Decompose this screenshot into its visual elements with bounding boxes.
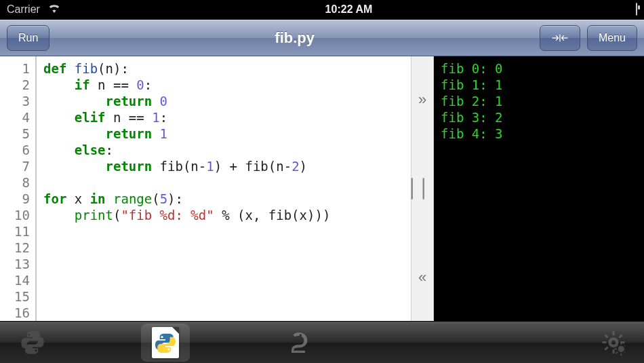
- code-line[interactable]: [43, 288, 411, 305]
- menu-button[interactable]: Menu: [587, 25, 637, 51]
- code-line[interactable]: if n == 0:: [43, 77, 411, 93]
- line-number: 4: [0, 109, 30, 126]
- tab-settings[interactable]: [592, 326, 630, 359]
- svg-rect-8: [604, 334, 608, 338]
- chevron-right-icon[interactable]: »: [418, 91, 426, 109]
- carrier-label: Carrier: [7, 3, 40, 16]
- svg-rect-14: [614, 348, 617, 349]
- svg-rect-5: [613, 349, 615, 354]
- svg-point-3: [300, 334, 302, 336]
- svg-rect-18: [616, 351, 618, 354]
- code-line[interactable]: [43, 223, 411, 240]
- code-line[interactable]: [43, 272, 411, 288]
- line-number: 1: [0, 60, 30, 77]
- console-line: fib 2: 1: [441, 93, 637, 109]
- file-title: fib.py: [56, 29, 533, 47]
- tab-snake[interactable]: [279, 326, 317, 359]
- navbar: Run fib.py Menu: [0, 20, 644, 56]
- line-number: 3: [0, 93, 30, 109]
- line-number: 5: [0, 126, 30, 142]
- line-number: 12: [0, 240, 30, 256]
- line-number: 6: [0, 142, 30, 158]
- tab-python-repl[interactable]: [14, 326, 52, 359]
- split-view-button[interactable]: [540, 25, 580, 51]
- code-line[interactable]: def fib(n):: [43, 60, 411, 77]
- pane-splitter[interactable]: » ⎪⎪⎪ «: [411, 56, 434, 321]
- line-number: 10: [0, 207, 30, 223]
- code-line[interactable]: elif n == 1:: [43, 109, 411, 126]
- line-number: 8: [0, 174, 30, 191]
- code-line[interactable]: [43, 240, 411, 256]
- wifi-icon: [47, 3, 62, 16]
- console-line: fib 4: 3: [441, 126, 637, 142]
- line-number: 11: [0, 223, 30, 240]
- tab-bar: [0, 321, 644, 363]
- line-number: 9: [0, 191, 30, 207]
- clock: 10:22 AM: [62, 3, 636, 16]
- code-line[interactable]: else:: [43, 142, 411, 158]
- svg-rect-12: [620, 342, 622, 345]
- svg-rect-17: [624, 351, 625, 354]
- code-line[interactable]: return 1: [43, 126, 411, 142]
- line-number: 14: [0, 272, 30, 288]
- line-number: 15: [0, 288, 30, 305]
- code-line[interactable]: [43, 174, 411, 191]
- document-icon: [152, 327, 179, 358]
- console-line: fib 3: 2: [441, 109, 637, 126]
- code-line[interactable]: [43, 256, 411, 272]
- line-number: 2: [0, 77, 30, 93]
- svg-rect-10: [604, 346, 608, 350]
- svg-rect-11: [618, 334, 622, 338]
- editor-pane[interactable]: 12345678910111213141516 def fib(n): if n…: [0, 56, 411, 321]
- code-line[interactable]: return 0: [43, 93, 411, 109]
- content-area: 12345678910111213141516 def fib(n): if n…: [0, 56, 644, 321]
- line-number: 7: [0, 158, 30, 174]
- svg-rect-6: [603, 341, 607, 343]
- chevron-left-icon[interactable]: «: [418, 269, 426, 286]
- console-line: fib 1: 1: [441, 77, 637, 93]
- line-gutter: 12345678910111213141516: [0, 56, 37, 321]
- code-line[interactable]: print("fib %d: %d" % (x, fib(x))): [43, 207, 411, 223]
- console-output[interactable]: fib 0: 0fib 1: 1fib 2: 1fib 3: 2fib 4: 3: [434, 56, 644, 321]
- battery-icon: [636, 3, 637, 16]
- code-area[interactable]: def fib(n): if n == 0: return 0 elif n =…: [37, 56, 411, 321]
- code-line[interactable]: [43, 305, 411, 321]
- tab-editor[interactable]: [146, 326, 184, 359]
- code-line[interactable]: for x in range(5):: [43, 191, 411, 207]
- status-bar: Carrier 10:22 AM: [0, 0, 644, 20]
- svg-rect-13: [620, 353, 622, 356]
- console-line: fib 0: 0: [441, 60, 637, 77]
- code-line[interactable]: return fib(n-1) + fib(n-2): [43, 158, 411, 174]
- line-number: 13: [0, 256, 30, 272]
- svg-rect-4: [613, 331, 615, 335]
- svg-rect-19: [624, 343, 625, 346]
- run-button[interactable]: Run: [7, 25, 49, 51]
- line-number: 16: [0, 305, 30, 321]
